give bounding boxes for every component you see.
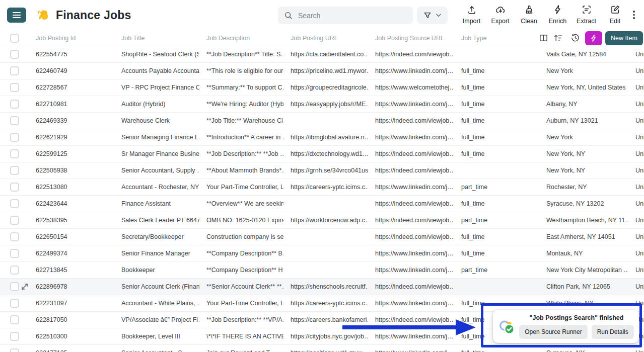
column-header[interactable]: Job Posting URL: [283, 35, 368, 42]
column-header[interactable]: Job Posting Source URL: [368, 35, 454, 42]
row-select-cell: [0, 196, 29, 212]
table-row[interactable]: 622499374 Senior Finance Manager **Compa…: [0, 245, 644, 262]
import-button[interactable]: Import: [457, 5, 486, 25]
extract-button[interactable]: Extract: [572, 5, 601, 25]
table-row[interactable]: 622505938 Senior Accountant, Supply … **…: [0, 162, 644, 179]
row-checkbox[interactable]: [10, 249, 19, 258]
table-row[interactable]: 622650154 Secretary/Bookkeeper Construct…: [0, 229, 644, 245]
cell-job-title: Accountant - White Plains, …: [114, 300, 199, 307]
row-checkbox[interactable]: [10, 183, 19, 192]
new-item-button[interactable]: New Item: [605, 31, 643, 45]
cell-job-posting-id: 622423644: [29, 200, 114, 207]
cell-job-description: **Job Description:** **VP/A…: [199, 316, 283, 323]
row-checkbox[interactable]: [10, 216, 19, 225]
top-toolbar: Import Export Clean: [457, 5, 629, 25]
automation-button[interactable]: [585, 31, 602, 45]
cell-location: Clifton Park, NY 12065: [539, 283, 628, 290]
cell-job-posting-id: 622896978: [29, 283, 114, 290]
table-row[interactable]: 622599125 Sr Manager Finance Busine… **J…: [0, 146, 644, 162]
cell-job-description: Your Part-Time Controller, L…: [199, 300, 283, 307]
edit-button[interactable]: Edit: [601, 5, 629, 25]
table-row[interactable]: 622538395 Sales Clerk Leader PT 6647 OMB…: [0, 212, 644, 229]
search-box[interactable]: [278, 7, 413, 24]
cell-job-title: Senior Accountant - S…: [114, 349, 199, 352]
sort-button[interactable]: [552, 32, 564, 45]
scan-text-icon: [582, 5, 592, 16]
table-row[interactable]: 622477135 Senior Accountant - S… Join ou…: [0, 345, 644, 352]
search-icon: [284, 11, 293, 20]
row-checkbox[interactable]: [10, 83, 19, 92]
table-row[interactable]: 622713845 Bookkeeper **Company Descripti…: [0, 262, 644, 279]
cell-job-type: part_time: [454, 184, 539, 191]
row-checkbox[interactable]: [10, 133, 19, 142]
cell-country: United States: [628, 51, 644, 58]
column-header[interactable]: Job Posting Id: [29, 35, 114, 42]
cell-country: United States: [628, 84, 644, 91]
cell-job-description: **Overview** We are seekin…: [199, 200, 283, 207]
row-checkbox[interactable]: [10, 50, 19, 59]
row-checkbox[interactable]: [10, 149, 19, 158]
upload-icon: [467, 5, 477, 16]
kebab-menu-button[interactable]: [631, 9, 637, 21]
column-header[interactable]: Job Title: [114, 35, 199, 42]
row-select-cell: [0, 46, 29, 62]
row-checkbox[interactable]: [10, 348, 19, 352]
select-all-checkbox[interactable]: [10, 34, 19, 43]
sort-ascending-icon: [553, 33, 563, 43]
select-all-cell: [0, 30, 29, 46]
table-row[interactable]: 622896978 Senior Account Clerk (Finan… *…: [0, 279, 644, 295]
table-row[interactable]: 622621929 Senior Managing Finance L… **I…: [0, 129, 644, 146]
cell-job-type: full_time: [454, 67, 539, 74]
table-row[interactable]: 622728567 VP - RPC Project Finance Cr… *…: [0, 79, 644, 96]
row-select-cell: [0, 162, 29, 179]
hamburger-menu-button[interactable]: [7, 8, 26, 23]
filter-button[interactable]: [417, 7, 448, 24]
row-checkbox[interactable]: [10, 266, 19, 275]
chevron-down-icon: [436, 14, 441, 17]
cell-job-posting-source-url: https://indeed.com/viewjob…: [368, 117, 454, 124]
run-details-button[interactable]: Run Details: [592, 325, 634, 339]
cell-country: United States: [628, 167, 644, 174]
cell-country: United States: [628, 267, 644, 274]
row-checkbox[interactable]: [10, 199, 19, 208]
table-row[interactable]: 622423644 Finance Assistant **Overview**…: [0, 196, 644, 212]
cell-job-posting-id: 622469339: [29, 117, 114, 124]
row-checkbox[interactable]: [10, 282, 19, 291]
cell-location: New York, NY, United States: [539, 84, 628, 91]
row-checkbox[interactable]: [10, 116, 19, 125]
row-checkbox[interactable]: [10, 232, 19, 241]
table-row[interactable]: 622469339 Warehouse Clerk **Job Title:**…: [0, 113, 644, 129]
table-header-row: New Item Job Posting IdJob TitleJob Desc…: [0, 30, 644, 46]
row-checkbox[interactable]: [10, 315, 19, 324]
cell-job-posting-id: 622621929: [29, 134, 114, 141]
cell-location: Syracuse, NY: [539, 349, 628, 352]
cell-job-description: **Job Description:** **Job …: [199, 150, 283, 157]
table-row[interactable]: 622710981 Auditor (Hybrid) **We're Hirin…: [0, 96, 644, 113]
row-select-cell: [0, 345, 29, 352]
open-source-runner-button[interactable]: Open Source Runner: [519, 325, 587, 339]
search-input[interactable]: [298, 12, 407, 20]
column-header[interactable]: Job Description: [199, 35, 283, 42]
export-button[interactable]: Export: [486, 5, 515, 25]
row-checkbox[interactable]: [10, 166, 19, 175]
table-row[interactable]: 622513080 Accountant - Rochester, NY … Y…: [0, 179, 644, 196]
table-row[interactable]: 622460749 Accounts Payable Accounta… **T…: [0, 63, 644, 79]
expand-row-icon[interactable]: [21, 283, 28, 290]
row-checkbox[interactable]: [10, 332, 19, 341]
cell-job-posting-url: https://positions.wd1.myw…: [283, 349, 368, 352]
enrich-button[interactable]: Enrich: [543, 5, 572, 25]
cell-job-posting-source-url: https://www.linkedin.com/j…: [368, 67, 454, 74]
history-button[interactable]: [569, 32, 581, 45]
row-checkbox[interactable]: [10, 66, 19, 75]
cell-job-title: Senior Finance Manager: [114, 250, 199, 257]
column-header[interactable]: Job Type: [454, 35, 539, 42]
cell-job-posting-id: 622650154: [29, 233, 114, 240]
row-checkbox[interactable]: [10, 299, 19, 308]
cell-job-posting-id: 622510300: [29, 333, 114, 340]
clean-button[interactable]: Clean: [515, 5, 543, 25]
split-columns-button[interactable]: [538, 32, 549, 45]
cell-job-type: full_time: [454, 233, 539, 240]
cell-job-description: Join our Reward and T…: [199, 349, 283, 352]
row-checkbox[interactable]: [10, 100, 19, 109]
table-row[interactable]: 622554775 ShopRite - Seafood Clerk (S… *…: [0, 46, 644, 63]
